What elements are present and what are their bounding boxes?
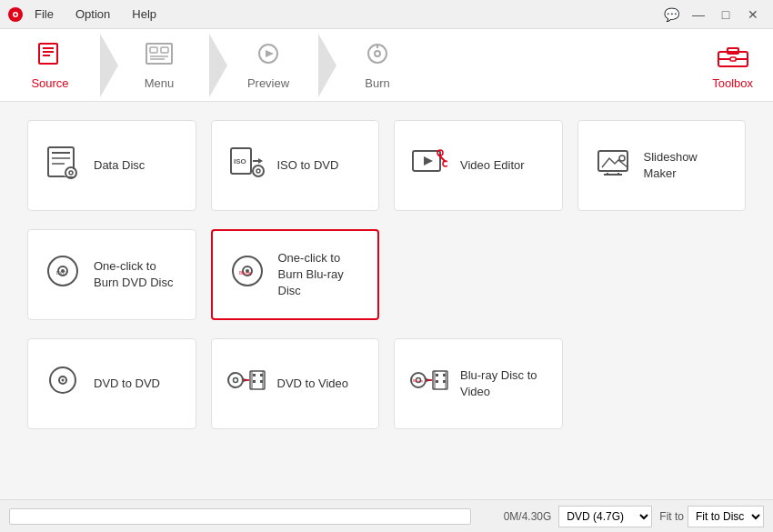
message-button[interactable]: 💬 [658,4,684,25]
arrow-2 [200,34,227,97]
svg-point-39 [619,156,625,161]
svg-point-55 [233,378,237,383]
source-icon [35,41,65,73]
tool-card-video-editor[interactable]: Video Editor [394,120,563,211]
minimize-button[interactable]: — [686,4,711,25]
size-info: 0M/4.30G [478,510,551,523]
main-content: Data Disc ISO ISO to DVD [0,102,773,499]
data-disc-icon [43,144,83,187]
tab-burn[interactable]: Burn [336,34,418,97]
nav-bar: Source Menu [0,29,773,102]
menu-option[interactable]: Option [72,5,114,23]
tools-row-1: Data Disc ISO ISO to DVD [27,120,746,211]
svg-rect-75 [443,380,446,383]
one-click-bluray-label: One-click to Burn Blu-ray Disc [278,250,364,300]
svg-point-15 [375,51,380,56]
menu-help[interactable]: Help [128,5,160,23]
close-button[interactable]: ✕ [740,4,766,25]
tool-card-dvd-to-dvd[interactable]: DVD to DVD [27,338,196,429]
tool-card-data-disc[interactable]: Data Disc [27,120,196,211]
svg-rect-9 [161,47,168,53]
arrow-1 [91,34,118,97]
tab-source[interactable]: Source [9,34,91,97]
svg-rect-61 [253,380,256,383]
dvd-to-video-icon [226,362,266,406]
dvd-to-dvd-icon [43,362,83,406]
maximize-button[interactable]: □ [713,4,738,25]
svg-marker-30 [258,158,263,164]
fit-to-label: Fit to [659,510,684,523]
burn-tab-icon [363,41,392,73]
svg-rect-8 [150,47,157,53]
one-click-dvd-icon: DVD [43,253,83,296]
menu-tab-label: Menu [145,76,175,90]
tools-row-2: DVD One-click to Burn DVD Disc Blu-ray O… [27,229,746,320]
bluray-to-video-label: Blu-ray Disc to Video [460,367,547,400]
app-icon [7,6,24,23]
svg-point-32 [256,169,260,173]
svg-rect-62 [260,374,263,376]
toolbox-label: Toolbox [712,76,753,90]
source-tab-label: Source [31,76,68,90]
one-click-dvd-label: One-click to Burn DVD Disc [94,258,181,291]
data-disc-label: Data Disc [94,157,145,174]
slideshow-maker-label: Slideshow Maker [644,149,731,182]
menu-bar: File Option Help [31,5,160,23]
svg-rect-20 [730,57,736,61]
svg-marker-13 [266,50,274,57]
iso-to-dvd-label: ISO to DVD [277,157,339,174]
video-editor-icon [409,144,449,187]
menu-tab-icon [145,41,174,73]
window-controls: 💬 — □ ✕ [658,4,766,25]
one-click-bluray-icon: Blu-ray [227,253,267,296]
svg-rect-3 [39,44,57,64]
svg-text:Blu-ray: Blu-ray [239,271,253,276]
fit-to-select[interactable]: Fit to Disc No Fitting [688,506,764,527]
video-editor-label: Video Editor [460,157,525,174]
preview-tab-label: Preview [247,76,289,90]
svg-rect-73 [436,380,438,383]
svg-point-54 [228,373,243,387]
fit-to-area: Fit to Fit to Disc No Fitting [659,506,764,527]
svg-point-31 [253,166,264,176]
tab-menu[interactable]: Menu [118,34,200,97]
iso-to-dvd-icon: ISO [226,144,266,187]
dvd-to-dvd-label: DVD to DVD [94,376,160,392]
tool-card-slideshow-maker[interactable]: Slideshow Maker [577,120,747,211]
toolbox-icon [717,41,749,75]
svg-rect-7 [146,44,172,64]
burn-tab-label: Burn [365,76,389,90]
tool-card-one-click-bluray[interactable]: Blu-ray One-click to Burn Blu-ray Disc [211,229,380,320]
dvd-size-select[interactable]: DVD (4.7G) DVD (8.5G) Blu-ray (25G) Blu-… [558,506,652,527]
tool-card-bluray-to-video[interactable]: Blu-ray Blu-ray Disc to Video [394,338,563,429]
svg-rect-60 [253,374,256,376]
status-bar: 0M/4.30G DVD (4.7G) DVD (8.5G) Blu-ray (… [0,499,773,532]
title-bar: File Option Help 💬 — □ ✕ [0,0,773,29]
arrow-3 [309,34,336,97]
svg-point-2 [15,13,17,15]
svg-point-53 [62,379,65,382]
menu-file[interactable]: File [31,5,57,23]
svg-text:Blu-ray: Blu-ray [413,379,423,383]
progress-bar [9,508,471,525]
svg-rect-63 [260,380,263,383]
bluray-to-video-icon: Blu-ray [409,362,449,406]
tab-preview[interactable]: Preview [227,34,309,97]
preview-tab-icon [254,41,283,73]
svg-rect-72 [436,374,438,376]
slideshow-maker-icon [593,144,633,187]
tools-row-3: DVD to DVD [27,338,746,429]
nav-tabs: Source Menu [9,29,418,101]
svg-text:ISO: ISO [234,157,246,166]
svg-rect-74 [443,374,446,376]
dvd-to-video-label: DVD to Video [277,376,349,392]
svg-text:DVD: DVD [56,270,66,276]
tool-card-dvd-to-video[interactable]: DVD to Video [211,338,380,429]
tool-card-one-click-dvd[interactable]: DVD One-click to Burn DVD Disc [27,229,196,320]
svg-marker-34 [424,156,433,166]
tool-card-iso-to-dvd[interactable]: ISO ISO to DVD [211,120,380,211]
toolbox-button[interactable]: Toolbox [701,34,764,97]
